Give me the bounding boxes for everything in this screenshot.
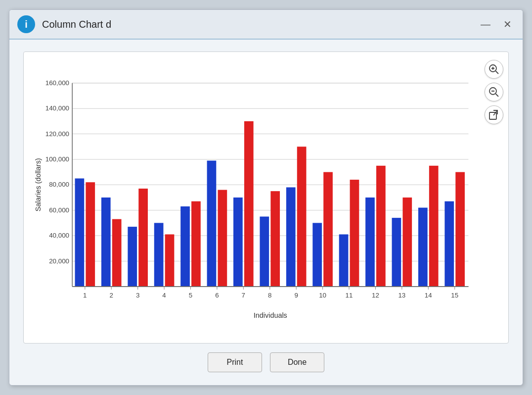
zoom-in-icon xyxy=(488,64,499,75)
svg-rect-59 xyxy=(339,234,349,286)
svg-rect-56 xyxy=(323,172,333,287)
svg-rect-40 xyxy=(218,190,227,287)
svg-line-84 xyxy=(496,71,499,74)
zoom-controls xyxy=(485,60,503,124)
info-icon: i xyxy=(17,15,35,33)
svg-rect-20 xyxy=(86,182,95,287)
svg-line-87 xyxy=(496,94,499,97)
chart-container: 20,00040,00060,00080,000100,000120,00014… xyxy=(23,51,509,344)
chart-svg: 20,00040,00060,00080,000100,000120,00014… xyxy=(32,60,479,335)
svg-rect-23 xyxy=(101,198,111,287)
svg-text:2: 2 xyxy=(110,292,113,299)
svg-text:40,000: 40,000 xyxy=(49,232,69,239)
svg-rect-19 xyxy=(75,178,85,286)
svg-text:12: 12 xyxy=(372,292,379,299)
svg-text:20,000: 20,000 xyxy=(49,257,69,265)
svg-text:80,000: 80,000 xyxy=(49,181,69,188)
svg-rect-44 xyxy=(244,121,254,287)
svg-text:1: 1 xyxy=(83,292,87,299)
svg-rect-36 xyxy=(191,201,201,287)
svg-rect-75 xyxy=(444,201,454,287)
window-controls: — ✕ xyxy=(478,17,515,31)
svg-text:4: 4 xyxy=(162,292,166,299)
svg-rect-68 xyxy=(402,198,412,287)
svg-text:60,000: 60,000 xyxy=(49,206,69,214)
svg-text:13: 13 xyxy=(398,292,405,299)
svg-rect-71 xyxy=(418,208,428,287)
svg-rect-43 xyxy=(233,198,243,287)
window-title: Column Chart d xyxy=(42,19,478,30)
svg-rect-76 xyxy=(455,172,465,287)
svg-rect-32 xyxy=(165,234,175,286)
svg-text:120,000: 120,000 xyxy=(45,130,69,138)
svg-text:9: 9 xyxy=(294,292,298,299)
svg-text:Individuals: Individuals xyxy=(254,311,287,319)
svg-rect-27 xyxy=(128,227,137,287)
title-bar: i Column Chart d — ✕ xyxy=(9,10,523,40)
zoom-in-button[interactable] xyxy=(485,60,503,79)
export-button[interactable] xyxy=(485,105,503,124)
svg-rect-39 xyxy=(207,161,217,287)
svg-rect-60 xyxy=(350,180,359,287)
svg-rect-72 xyxy=(429,166,439,287)
svg-text:10: 10 xyxy=(319,292,326,299)
svg-text:Salaries (dollars): Salaries (dollars) xyxy=(34,158,42,211)
svg-text:3: 3 xyxy=(136,292,139,299)
footer: Print Done xyxy=(23,344,509,377)
done-button[interactable]: Done xyxy=(270,352,324,372)
svg-rect-47 xyxy=(260,217,269,287)
svg-text:6: 6 xyxy=(215,292,219,299)
export-icon xyxy=(488,109,499,120)
svg-rect-52 xyxy=(297,147,307,287)
svg-rect-51 xyxy=(286,187,296,286)
svg-text:11: 11 xyxy=(346,292,353,299)
svg-rect-48 xyxy=(270,191,280,287)
svg-text:15: 15 xyxy=(451,292,458,299)
svg-text:7: 7 xyxy=(242,292,245,299)
svg-rect-67 xyxy=(392,218,401,287)
svg-text:8: 8 xyxy=(268,292,271,299)
svg-rect-31 xyxy=(154,223,164,286)
svg-rect-63 xyxy=(365,198,375,287)
svg-rect-64 xyxy=(376,166,386,287)
svg-text:140,000: 140,000 xyxy=(45,104,69,112)
svg-rect-24 xyxy=(112,219,122,287)
print-button[interactable]: Print xyxy=(208,352,262,372)
zoom-out-button[interactable] xyxy=(485,83,503,101)
svg-text:100,000: 100,000 xyxy=(45,155,69,163)
content-area: 20,00040,00060,00080,000100,000120,00014… xyxy=(9,40,523,385)
svg-text:14: 14 xyxy=(425,292,432,299)
chart-inner: 20,00040,00060,00080,000100,000120,00014… xyxy=(32,60,479,335)
svg-rect-35 xyxy=(180,206,190,287)
minimize-button[interactable]: — xyxy=(478,17,493,31)
zoom-out-icon xyxy=(488,87,499,98)
close-button[interactable]: ✕ xyxy=(500,17,515,31)
svg-text:5: 5 xyxy=(189,292,192,299)
svg-rect-28 xyxy=(138,189,148,287)
main-window: i Column Chart d — ✕ 20,00040,00060,0008… xyxy=(9,9,523,386)
svg-rect-55 xyxy=(312,223,322,286)
svg-text:160,000: 160,000 xyxy=(45,79,69,87)
